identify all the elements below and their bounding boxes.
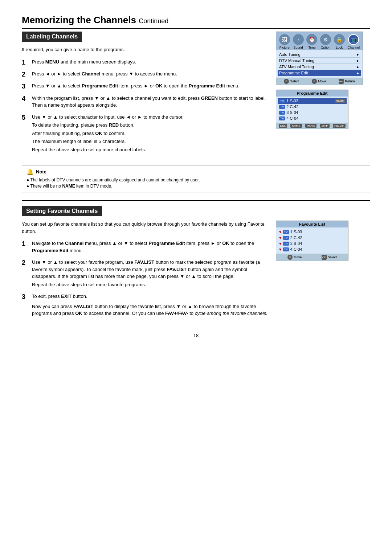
tv-badge-4: TV (279, 116, 285, 120)
favlist-btn: Fav.List (333, 124, 346, 128)
tv-badge-2: TV (279, 105, 285, 109)
prog-edit-row-2: TV 2 C-42 (279, 104, 345, 110)
time-icon-item: ⏰ Time (306, 34, 317, 49)
name-btn: NAME (290, 124, 302, 128)
menu-icons-row: 🖼 Picture ♪ Sound ⏰ Time ⚙ Option (276, 32, 363, 50)
fav-tv-4: TV (283, 247, 289, 251)
labeling-intro: If required, you can give a name to the … (22, 46, 269, 53)
picture-icon: 🖼 (279, 34, 290, 45)
fav-list: ♥ TV 1 S-03 ♥ TV 2 C-42 ♥ TV 3 S-04 (276, 227, 348, 254)
prog-edit-row-1: TV 1 S-03 NAME (278, 98, 347, 104)
menu-item-atv: ATV Manual Tuning ► (279, 64, 360, 70)
menu-item-programme-edit: Programme Edit ► (278, 70, 361, 76)
picture-icon-item: 🖼 Picture (279, 34, 290, 49)
step-4: 4 Within the program list, press ▼ or ▲ … (22, 95, 269, 110)
tv-badge-3: TV (279, 111, 285, 115)
fav-title: Favourite List (276, 221, 348, 227)
favorite-header: Setting Favorite Channels (22, 206, 102, 216)
fav-tv-3: TV (283, 242, 289, 246)
favorite-right-col: Favourite List ♥ TV 1 S-03 ♥ TV 2 C-42 ♥ (276, 221, 370, 261)
heart-3: ♥ (279, 241, 282, 246)
select-btn-icon: ⊙ (284, 79, 289, 84)
fav-row-3: ♥ TV 3 S-04 (279, 241, 345, 246)
option-icon-item: ⚙ Option (320, 34, 331, 49)
favorite-steps: 1 Navigate to the Channel menu, press ▲ … (22, 240, 269, 318)
menu-footer: ⊙ Select ⊙ Move Menu Return (276, 78, 363, 85)
fav-tv-2: TV (283, 236, 289, 240)
lock-icon-item: 🔒 Lock (334, 34, 345, 49)
note-item-2: ● There will be no NAME item in DTV mode… (26, 184, 366, 189)
setting-favorite-section: Setting Favorite Channels You can set up… (22, 206, 370, 322)
step-2: 2 Press ◄ or ► to select Channel menu, p… (22, 70, 269, 79)
labeling-left-col: Labeling Channels If required, you can g… (22, 32, 269, 158)
prog-edit-list: TV 1 S-03 NAME TV 2 C-42 TV 3 S-04 TV (276, 97, 348, 123)
fav-step-1: 1 Navigate to the Channel menu, press ▲ … (22, 240, 269, 255)
prog-edit-title: Programme Edit (276, 90, 348, 97)
fav-footer-select: OK Select (322, 255, 337, 260)
step-5: 5 Use ▼ or ▲ to select character to inpu… (22, 114, 269, 155)
fav-diagram: Favourite List ♥ TV 1 S-03 ♥ TV 2 C-42 ♥ (276, 221, 348, 261)
labeling-steps: 1 Press MENU and the main menu screen di… (22, 58, 269, 155)
fav-select-icon: OK (322, 255, 327, 260)
return-btn-icon: Menu (339, 79, 344, 84)
fav-row-1: ♥ TV 1 S-03 (279, 229, 345, 235)
option-icon: ⚙ (320, 34, 331, 45)
labeling-right-col: 🖼 Picture ♪ Sound ⏰ Time ⚙ Option (276, 32, 370, 134)
menu-items-list: Auto Tuning ► DTV Manual Tuning ► ATV Ma… (276, 50, 363, 78)
move-btn-icon: ⊙ (312, 79, 317, 84)
menu-item-dtv: DTV Manual Tuning ► (279, 58, 360, 64)
page-number: 18 (22, 333, 370, 338)
labeling-channels-section: Labeling Channels If required, you can g… (22, 32, 370, 158)
prog-edit-diagram: Programme Edit TV 1 S-03 NAME TV 2 C-42 … (276, 90, 348, 129)
menu-item-auto-tuning: Auto Tuning ► (279, 52, 360, 58)
prog-edit-footer: DEL NAME MOVE SKIP Fav.List (276, 123, 348, 129)
labeling-header: Labeling Channels (22, 32, 82, 42)
favorite-intro: You can set up favorite channels list so… (22, 221, 269, 235)
time-icon: ⏰ (306, 34, 317, 45)
menu-footer-return: Menu Return (339, 79, 355, 84)
menu-footer-select: ⊙ Select (284, 79, 299, 84)
prog-edit-row-4: TV 4 C-04 (279, 115, 345, 121)
step-3: 3 Press ▼ or ▲ to select Programme Edit … (22, 82, 269, 91)
fav-tv-1: TV (283, 230, 289, 234)
page-title: Memorizing the Channels Continued (22, 15, 370, 29)
heart-4: ♥ (279, 247, 282, 251)
heart-1: ♥ (279, 230, 282, 234)
step-1: 1 Press MENU and the main menu screen di… (22, 58, 269, 67)
channel-icon-item: 📺 Channel (348, 34, 360, 49)
section-divider (22, 200, 370, 201)
fav-move-icon: ⊙ (287, 255, 293, 260)
channel-icon: 📺 (348, 34, 359, 45)
favorite-left-col: You can set up favorite channels list so… (22, 221, 269, 322)
note-section: 🔔 Note ● The labels of DTV channels are … (22, 165, 370, 193)
fav-row-2: ♥ TV 2 C-42 (279, 235, 345, 241)
prog-edit-row-3: TV 3 S-04 (279, 110, 345, 115)
skip-btn: SKIP (320, 124, 330, 128)
note-item-1: ● The labels of DTV channels are automat… (26, 177, 366, 182)
heart-2: ♥ (279, 235, 282, 240)
tv-badge-1: TV (279, 99, 285, 103)
fav-step-3: 3 To exit, press EXIT button. Now you ca… (22, 293, 269, 318)
lock-icon: 🔒 (334, 34, 345, 45)
menu-diagram: 🖼 Picture ♪ Sound ⏰ Time ⚙ Option (276, 32, 363, 85)
menu-footer-move: ⊙ Move (312, 79, 326, 84)
fav-row-4: ♥ TV 4 C-04 (279, 246, 345, 252)
fav-footer: ⊙ Move OK Select (276, 254, 348, 261)
move-btn: MOVE (305, 124, 317, 128)
fav-footer-move: ⊙ Move (287, 255, 302, 260)
del-btn: DEL (279, 124, 287, 128)
name-badge: NAME (335, 99, 345, 103)
sound-icon: ♪ (293, 34, 304, 45)
note-list: ● The labels of DTV channels are automat… (26, 177, 366, 189)
note-icon: 🔔 (26, 168, 34, 175)
fav-step-2: 2 Use ▼ or ▲ to select your favorite pro… (22, 259, 269, 289)
sound-icon-item: ♪ Sound (293, 34, 304, 49)
note-header: 🔔 Note (26, 168, 366, 175)
